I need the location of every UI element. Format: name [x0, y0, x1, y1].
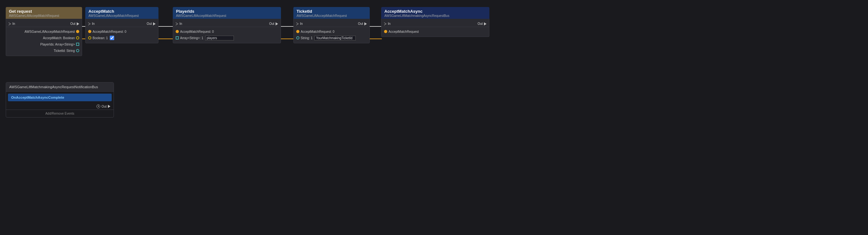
exec-in-arrow [296, 22, 299, 26]
exec-out-label: Out [147, 22, 152, 26]
exec-in-label: In [300, 22, 303, 26]
player-ids-title: PlayerIds [176, 9, 278, 14]
notif-out-arrow [108, 105, 111, 108]
exec-out-pin: Out [477, 22, 487, 26]
exec-in-label: In [12, 22, 15, 26]
exec-in-label: In [180, 22, 182, 26]
ticket-id-subtitle: AWSGameLiftAcceptMatchRequest [297, 14, 367, 18]
exec-out-pin: Out [269, 22, 278, 26]
pin-boolean-dot [88, 36, 91, 39]
accept-match-title: AcceptMatch [89, 9, 155, 14]
ticket-id-node: TicketId AWSGameLiftAcceptMatchRequest I… [293, 7, 370, 43]
notif-footer[interactable]: Add/Remove Events [6, 110, 114, 117]
exec-in-arrow [176, 22, 178, 26]
exec-in-arrow [8, 22, 11, 26]
accept-match-async-subtitle: AWSGameLiftMatchmakingAsyncRequestBus [384, 14, 486, 18]
exec-out-arrow [77, 22, 79, 26]
accept-match-async-node: AcceptMatchAsync AWSGameLiftMatchmakingA… [381, 7, 489, 37]
pin-ticket-id-dot [76, 49, 79, 52]
pin-row-array-string: Array<String>: 1 [173, 35, 281, 41]
pin-string-label: String: 1 [301, 36, 312, 40]
pin-aws-request-label: AWSGameLiftAcceptMatchRequest [25, 30, 75, 33]
boolean-checkbox[interactable] [110, 36, 114, 40]
exec-in-pin: In [384, 22, 391, 26]
exec-out-arrow [364, 22, 367, 26]
pin-accept-request2-dot [176, 30, 179, 33]
pin-aws-request-dot [76, 30, 79, 33]
pin-accept-request4-label: AcceptMatchRequest [389, 30, 419, 33]
exec-in-pin: In [88, 22, 94, 26]
accept-match-async-title: AcceptMatchAsync [384, 9, 486, 14]
notif-footer-label: Add/Remove Events [45, 112, 74, 115]
pin-row-player-ids: PlayerIds: Array<String> [6, 41, 82, 48]
exec-out-label: Out [358, 22, 363, 26]
pin-array-string-dot [176, 36, 179, 39]
notif-header: AWSGameLiftMatchmakingAsyncRequestNotifi… [6, 83, 114, 92]
array-string-input[interactable] [205, 36, 234, 40]
exec-in-pin: In [8, 22, 15, 26]
exec-out-label: Out [70, 22, 75, 26]
exec-out-label: Out [269, 22, 274, 26]
get-request-title: Get request [9, 9, 79, 14]
pin-accept-request-label: AcceptMatchRequest: 0 [93, 30, 126, 33]
notif-out-row: Out [6, 103, 114, 110]
notif-event-label: OnAcceptMatchAsyncComplete [11, 95, 64, 99]
notif-event: OnAcceptMatchAsyncComplete [8, 94, 112, 101]
exec-out-arrow [484, 22, 487, 26]
ticket-id-title: TicketId [297, 9, 367, 14]
pin-string-dot [296, 36, 300, 39]
exec-in-pin: In [176, 22, 182, 26]
pin-row-accept-request4: AcceptMatchRequest [381, 28, 489, 35]
pin-accept-request3-dot [296, 30, 300, 33]
pin-accept-request2-label: AcceptMatchRequest: 0 [180, 30, 214, 33]
exec-out-arrow [153, 22, 156, 26]
notif-out-label: Out [101, 105, 106, 108]
pin-boolean-label: Boolean: 1 [93, 36, 108, 40]
accept-match-subtitle: AWSGameLiftAcceptMatchRequest [89, 14, 155, 18]
pin-player-ids-dot [76, 43, 79, 46]
pin-row-accept-match: AcceptMatch: Boolean [6, 35, 82, 41]
pin-accept-request3-label: AcceptMatchRequest: 0 [301, 30, 334, 33]
accept-match-node: AcceptMatch AWSGameLiftAcceptMatchReques… [85, 7, 158, 43]
exec-out-arrow [276, 22, 278, 26]
exec-in-arrow [384, 22, 386, 26]
pin-accept-match-dot [76, 36, 79, 39]
pin-row-aws-request: AWSGameLiftAcceptMatchRequest [6, 28, 82, 35]
notif-header-label: AWSGameLiftMatchmakingAsyncRequestNotifi… [9, 85, 98, 89]
notification-bus-node: AWSGameLiftMatchmakingAsyncRequestNotifi… [6, 82, 114, 117]
get-request-node: Get request AWSGameLiftAcceptMatchReques… [6, 7, 82, 56]
exec-in-pin: In [296, 22, 303, 26]
exec-in-label: In [92, 22, 94, 26]
pin-array-string-label: Array<String>: 1 [180, 36, 203, 40]
pin-player-ids-label: PlayerIds: Array<String> [40, 43, 75, 46]
player-ids-subtitle: AWSGameLiftAcceptMatchRequest [176, 14, 278, 18]
pin-accept-request-dot [88, 30, 91, 33]
exec-out-pin: Out [147, 22, 156, 26]
exec-out-label: Out [477, 22, 483, 26]
pin-row-accept-request2: AcceptMatchRequest: 0 [173, 28, 281, 35]
string-input[interactable] [314, 36, 356, 40]
exec-in-label: In [388, 22, 391, 26]
pin-row-ticket-id: TicketId: String [6, 48, 82, 54]
exec-out-pin: Out [358, 22, 367, 26]
pin-ticket-id-label: TicketId: String [54, 49, 75, 53]
exec-in-arrow [88, 22, 91, 26]
get-request-subtitle: AWSGameLiftAcceptMatchRequest [9, 14, 79, 18]
player-ids-node: PlayerIds AWSGameLiftAcceptMatchRequest … [173, 7, 281, 43]
pin-row-accept-request3: AcceptMatchRequest: 0 [294, 28, 369, 35]
exec-out-pin: Out [70, 22, 79, 26]
pin-row-accept-request: AcceptMatchRequest: 0 [86, 28, 158, 35]
pin-accept-request4-dot [384, 30, 387, 33]
pin-accept-match-label: AcceptMatch: Boolean [43, 36, 75, 40]
pin-row-boolean: Boolean: 1 [86, 35, 158, 41]
pin-row-string: String: 1 [294, 35, 369, 41]
clock-icon [96, 105, 100, 108]
